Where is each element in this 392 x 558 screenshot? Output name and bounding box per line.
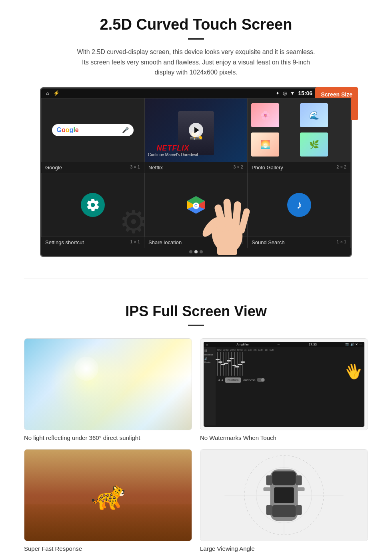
eq-bar-5 — [228, 352, 229, 376]
settings-grid-size: 1 × 1 — [130, 239, 140, 245]
dot-2[interactable] — [194, 250, 198, 253]
music-note-icon: ♪ — [296, 199, 302, 211]
status-bar-left: ⌂ ⚡ — [46, 90, 60, 96]
gallery-label: Photo Gallery 2 × 2 — [248, 162, 351, 173]
eq-bar-8 — [237, 352, 238, 376]
gallery-app-cell[interactable]: 🌸 🌊 🌅 🌿 — [248, 98, 351, 162]
settings-bg-icon: ⚙ — [119, 203, 144, 237]
sound-grid-size: 1 × 1 — [336, 239, 346, 245]
eq-bar-6 — [231, 352, 232, 376]
curved-screen-section: 2.5D Curved Touch Screen With 2.5D curve… — [0, 0, 392, 267]
eq-thumb-6 — [230, 358, 234, 359]
gallery-thumb-4: 🌿 — [300, 132, 328, 157]
google-app-cell[interactable]: Google 🎤 — [41, 98, 144, 162]
section2-title: IPS Full Screen View — [24, 303, 368, 320]
eq-bar-10 — [242, 352, 243, 376]
hand-illustration — [199, 183, 255, 257]
google-search-bar[interactable]: Google 🎤 — [52, 124, 134, 136]
sound-search-cell[interactable]: ♪ — [248, 173, 351, 237]
app-grid-row2: ⚙ G — [41, 173, 351, 237]
eq-bar-9 — [240, 352, 240, 376]
badge-title: Screen Size — [321, 91, 352, 98]
sound-label-text: Sound Search — [252, 239, 284, 245]
eq-bar-3 — [223, 352, 224, 376]
svg-rect-21 — [274, 487, 294, 503]
home-icon[interactable]: ⌂ — [46, 90, 49, 96]
netflix-logo: NETFLIX — [148, 144, 198, 153]
share-label-text: Share location — [148, 239, 182, 245]
hand-svg — [199, 183, 255, 255]
section2-underline — [188, 325, 204, 326]
amp-icons-right: 📷 🔊 ✕ — — [345, 343, 362, 346]
car-topview-card: Large Viewing Angle — [200, 449, 368, 552]
eq-bar-7 — [234, 352, 235, 376]
status-time: 15:06 — [298, 90, 312, 96]
car-topview-svg — [200, 450, 368, 541]
google-label: Google 3 × 1 — [41, 162, 144, 173]
cheetah-caption: Super Fast Response — [24, 545, 192, 552]
amplifier-caption: No Watermarks When Touch — [200, 434, 368, 441]
eq-sliders: 🖐 — [217, 352, 363, 376]
amp-prev-icon[interactable]: ◄◄ — [217, 378, 224, 382]
sunlight-card: No light reflecting under 360° direct su… — [24, 338, 192, 441]
amplifier-image: ⌂ Amplifier ··· 17:33 📷 🔊 ✕ — ||| Balanc… — [200, 338, 368, 430]
netflix-app-cell[interactable]: 🕵️ NETFLIX Continue Marvel's Daredevil — [144, 98, 248, 162]
amplifier-card: ⌂ Amplifier ··· 17:33 📷 🔊 ✕ — ||| Balanc… — [200, 338, 368, 441]
eq-thumb-2 — [218, 361, 222, 363]
amp-balance-label: Balance — [204, 353, 215, 356]
netflix-play-button[interactable] — [189, 123, 203, 137]
svg-rect-24 — [296, 475, 302, 485]
eq-bar-2 — [220, 352, 221, 376]
eq-thumb-10 — [241, 361, 245, 363]
amp-slider-icon: ||| — [204, 349, 215, 352]
usb-icon: ⚡ — [53, 90, 60, 96]
eq-bar-container — [217, 352, 243, 376]
amp-screen: ⌂ Amplifier ··· 17:33 📷 🔊 ✕ — ||| Balanc… — [204, 342, 364, 427]
play-triangle-icon — [194, 127, 199, 133]
dot-1[interactable] — [189, 250, 192, 253]
settings-app-cell[interactable]: ⚙ — [41, 173, 144, 237]
netflix-info-overlay: NETFLIX Continue Marvel's Daredevil — [148, 144, 198, 157]
app-label-row1: Google 3 × 1 Netflix 3 × 2 Photo Gallery… — [41, 162, 351, 173]
amp-bottom-controls: ◄◄ Custom loudness — [217, 377, 363, 383]
sky-overlay — [24, 375, 192, 430]
gallery-grid-size: 2 × 2 — [336, 165, 346, 171]
amp-content: ||| Balance 🔊 Fader 60hz100hz200hz500hz1… — [204, 347, 364, 426]
loudness-toggle[interactable] — [257, 378, 265, 382]
amp-visual: ⌂ Amplifier ··· 17:33 📷 🔊 ✕ — ||| Balanc… — [200, 339, 368, 430]
eq-thumb-8 — [235, 366, 239, 367]
car-topview-caption: Large Viewing Angle — [200, 545, 368, 552]
wifi-icon: ▼ — [290, 90, 295, 96]
google-mic-icon[interactable]: 🎤 — [122, 127, 129, 133]
car-topview-visual — [200, 450, 368, 541]
svg-rect-20 — [272, 505, 296, 517]
loudness-label: loudness — [242, 378, 255, 382]
sunlight-visual — [24, 339, 192, 430]
status-bar: ⌂ ⚡ ✦ ◎ ▼ 15:06 📷 🔊 ✕ — — [41, 88, 351, 98]
eq-thumb-1 — [216, 359, 220, 360]
svg-rect-27 — [298, 487, 305, 491]
cheetah-scene: 🐆 — [24, 450, 192, 541]
custom-button[interactable]: Custom — [225, 377, 241, 383]
google-label-text: Google — [45, 165, 62, 171]
amp-main-area: 60hz100hz200hz500hz1k2.5k10k12.5k15kSUB — [216, 347, 364, 426]
amp-fader-label: Fader — [204, 361, 215, 363]
section-divider — [24, 279, 368, 279]
pagination-dots — [41, 248, 351, 256]
eq-bar-4 — [226, 352, 226, 376]
cheetah-visual: 🐆 — [24, 450, 192, 541]
amp-title: Amplifier — [236, 343, 249, 346]
sound-label: Sound Search 1 × 1 — [248, 237, 351, 248]
netflix-label: Netflix 3 × 2 — [144, 162, 248, 173]
netflix-label-text: Netflix — [148, 165, 163, 171]
google-grid-size: 3 × 1 — [130, 165, 140, 171]
svg-rect-12 — [217, 245, 237, 255]
section1-description: With 2.5D curved-display screen, this de… — [76, 47, 316, 78]
ips-image-grid: No light reflecting under 360° direct su… — [24, 338, 368, 552]
toggle-knob — [261, 378, 264, 381]
amp-dots: ··· — [278, 343, 280, 346]
share-location-cell[interactable]: G — [144, 173, 248, 237]
bluetooth-icon: ✦ — [276, 90, 280, 96]
device-screen: ⌂ ⚡ ✦ ◎ ▼ 15:06 📷 🔊 ✕ — — [40, 87, 352, 257]
svg-rect-19 — [272, 471, 296, 485]
